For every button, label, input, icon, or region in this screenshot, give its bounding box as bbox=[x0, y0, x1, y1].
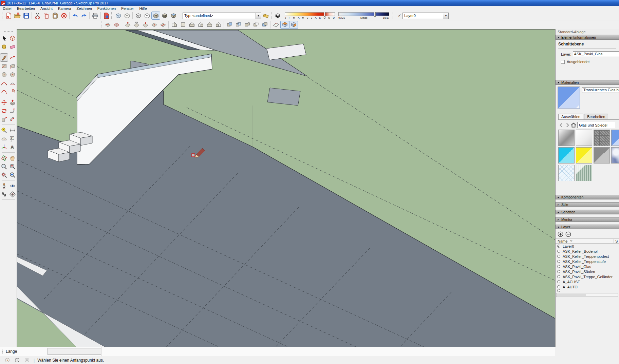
sandbox-from-scratch-button[interactable] bbox=[112, 21, 121, 29]
layer-row[interactable]: ASK_Pavkl_Treppe_Geländer bbox=[556, 274, 619, 279]
layer-row[interactable]: Layer0 bbox=[556, 244, 619, 249]
layer-row[interactable]: ASK_Keller_Treppenpodest bbox=[556, 254, 619, 259]
solid-subtract-button[interactable] bbox=[251, 21, 260, 29]
section-header-schatten[interactable]: ► Schatten bbox=[556, 210, 619, 214]
menu-hilfe[interactable]: Hilfe bbox=[137, 6, 150, 11]
paste-button[interactable] bbox=[51, 12, 59, 20]
redo-button[interactable] bbox=[79, 12, 88, 20]
circle-tool[interactable] bbox=[0, 70, 8, 79]
layer-row[interactable]: A_ACHSE bbox=[556, 279, 619, 284]
material-home-button[interactable] bbox=[570, 122, 577, 128]
protractor-tool[interactable] bbox=[0, 134, 8, 143]
axes-tool[interactable] bbox=[0, 143, 8, 151]
shaded-style-button[interactable] bbox=[151, 12, 160, 20]
display-section-planes-button[interactable] bbox=[280, 21, 289, 29]
entity-layer-field[interactable]: ASK_Pavkl_Glas bbox=[573, 51, 619, 57]
palette-grip[interactable] bbox=[4, 31, 13, 33]
layer-row[interactable]: ASK_Keller_Treppenstufe bbox=[556, 259, 619, 264]
menu-bearbeiten[interactable]: Bearbeiten bbox=[14, 6, 38, 11]
view-back-button[interactable] bbox=[205, 21, 214, 29]
layer-list-hscrollbar[interactable] bbox=[556, 293, 618, 297]
toolbar-grip[interactable] bbox=[393, 12, 394, 19]
layer-list-header[interactable]: Name ▽ S bbox=[556, 238, 619, 244]
swatch-translucent-cyan[interactable] bbox=[558, 147, 575, 164]
section-header-materials[interactable]: ▼ Materialien bbox=[556, 80, 619, 85]
active-layer-combo[interactable]: Layer0 ▼ bbox=[402, 13, 449, 19]
make-component-tool[interactable] bbox=[8, 34, 17, 42]
zoom-tool[interactable] bbox=[0, 162, 8, 171]
swatch-translucent-gray[interactable] bbox=[594, 147, 610, 164]
layer-row[interactable]: ASK_Keller_Bodenpl bbox=[556, 249, 619, 254]
section-plane-button[interactable] bbox=[271, 21, 280, 29]
name-column-header[interactable]: Name bbox=[558, 239, 567, 243]
swatch-translucent-white[interactable] bbox=[576, 130, 592, 146]
layer-row[interactable]: ASK_Pavkl_Glas bbox=[556, 264, 619, 269]
copy-button[interactable] bbox=[42, 12, 51, 20]
classifier-button[interactable] bbox=[261, 12, 270, 20]
section-header-komponenten[interactable]: ► Komponenten bbox=[556, 195, 619, 199]
swatch-translucent-blue[interactable] bbox=[611, 130, 619, 146]
rotate-tool[interactable] bbox=[0, 107, 8, 115]
swatch-cloudy-glass[interactable] bbox=[611, 147, 619, 164]
shadow-time-slider[interactable]: 07:21 Mittag 16:17 bbox=[338, 12, 389, 19]
swatch-frosted-lattice[interactable] bbox=[558, 165, 575, 181]
pie-tool[interactable] bbox=[8, 87, 17, 96]
look-around-tool[interactable] bbox=[8, 181, 17, 190]
add-detail-button[interactable] bbox=[150, 21, 158, 29]
tab-auswaehlen[interactable]: Auswählen bbox=[558, 114, 583, 119]
layer-radio[interactable] bbox=[557, 270, 560, 273]
menu-kamera[interactable]: Kamera bbox=[55, 6, 74, 11]
classification-type-combo[interactable]: Typ: <undefined> ▼ bbox=[183, 13, 261, 19]
layer-radio[interactable] bbox=[557, 285, 560, 288]
follow-me-tool[interactable] bbox=[8, 107, 17, 115]
material-collection-combo[interactable]: Glas und Spiegel bbox=[577, 122, 615, 128]
swatch-reeded-green[interactable] bbox=[576, 165, 592, 181]
date-slider-handle[interactable] bbox=[324, 12, 325, 17]
freehand-tool[interactable] bbox=[8, 53, 17, 62]
remove-layer-button[interactable] bbox=[565, 231, 571, 237]
walk-tool[interactable] bbox=[0, 190, 8, 198]
menu-fenster[interactable]: Fenster bbox=[118, 6, 136, 11]
toolbar-grip[interactable] bbox=[2, 12, 3, 19]
layer-radio[interactable] bbox=[557, 275, 560, 278]
zoom-extents-tool[interactable] bbox=[0, 171, 8, 179]
dimension-tool[interactable] bbox=[8, 126, 17, 134]
rectangle-tool[interactable] bbox=[0, 62, 8, 70]
menu-funktionen[interactable]: Funktionen bbox=[95, 6, 118, 11]
layer-row[interactable]: A_AUTO bbox=[556, 284, 619, 289]
layer-radio[interactable] bbox=[557, 265, 560, 268]
layer-radio[interactable] bbox=[557, 245, 560, 248]
move-tool[interactable] bbox=[0, 98, 8, 107]
section-header-mentor[interactable]: ► Mentor bbox=[556, 217, 619, 222]
xray-style-button[interactable] bbox=[114, 12, 123, 20]
layer-radio[interactable] bbox=[557, 289, 560, 292]
new-button[interactable] bbox=[4, 12, 13, 20]
time-slider-handle[interactable] bbox=[374, 12, 376, 17]
material-name-field[interactable]: Transluzentes Glas bla bbox=[582, 87, 619, 93]
toolbar-grip[interactable] bbox=[271, 12, 272, 19]
credits-info-icon[interactable] bbox=[15, 358, 20, 363]
scale-tool[interactable] bbox=[0, 115, 8, 123]
menu-ansicht[interactable]: Ansicht bbox=[38, 6, 55, 11]
material-forward-button[interactable] bbox=[564, 122, 570, 128]
smoove-button[interactable] bbox=[123, 21, 132, 29]
shadow-date-slider[interactable]: J F M A M J J A S O N D bbox=[285, 12, 336, 19]
offset-tool[interactable] bbox=[8, 115, 17, 123]
select-tool[interactable] bbox=[0, 34, 8, 42]
undo-button[interactable] bbox=[71, 12, 79, 20]
section-header-layer[interactable]: ▼ Layer bbox=[556, 225, 619, 229]
menu-zeichnen[interactable]: Zeichnen bbox=[74, 6, 95, 11]
monochrome-style-button[interactable] bbox=[169, 12, 178, 20]
solid-intersect-button[interactable] bbox=[234, 21, 243, 29]
orbit-tool[interactable] bbox=[0, 154, 8, 162]
solid-outer-shell-button[interactable] bbox=[225, 21, 234, 29]
hidden-checkbox[interactable] bbox=[561, 60, 565, 64]
line-tool[interactable] bbox=[0, 53, 8, 62]
layer-radio[interactable] bbox=[557, 260, 560, 263]
date-slider-track[interactable] bbox=[285, 12, 335, 16]
pan-tool[interactable] bbox=[8, 154, 17, 162]
dropdown-arrow-icon[interactable]: ▼ bbox=[256, 13, 261, 19]
shadow-dialog-button[interactable] bbox=[273, 12, 282, 20]
zoom-window-tool[interactable] bbox=[8, 162, 17, 171]
sandbox-from-contours-button[interactable] bbox=[103, 21, 112, 29]
